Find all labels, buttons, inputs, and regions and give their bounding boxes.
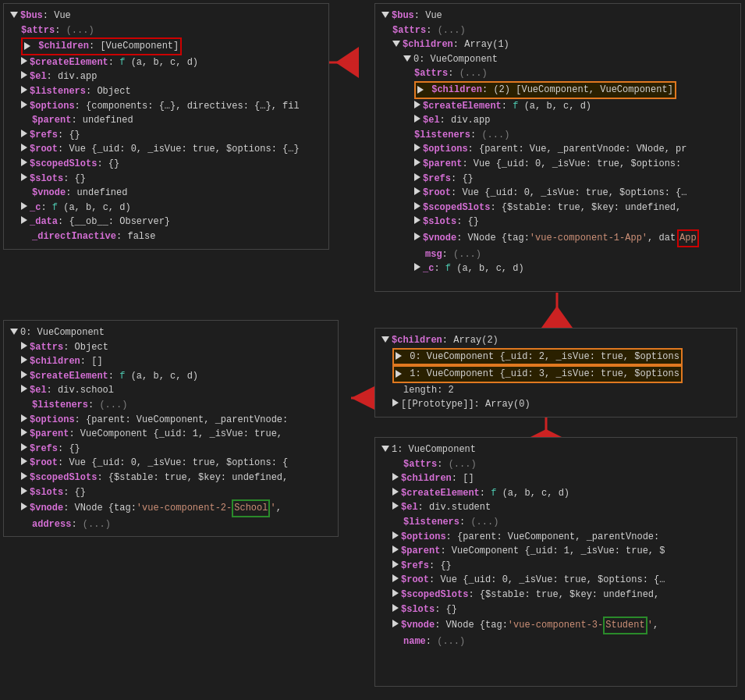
expand-icon[interactable] [392,41,400,47]
line-children: $children: [] [10,354,332,369]
panel-bottomright: 1: VueComponent $attrs: (...) $children:… [374,437,737,687]
expand-icon[interactable] [381,446,389,452]
line-0-slots: $slots: {} [381,215,734,229]
arrow-3-left [351,386,374,410]
panel-title: $children: Array(2) [381,333,730,348]
line-attrs: $attrs: (...) [381,23,734,38]
expand-icon[interactable] [21,503,27,510]
expand-icon[interactable] [21,130,27,137]
panel-title: 1: VueComponent [381,442,730,457]
expand-icon[interactable] [414,216,420,224]
expand-icon[interactable] [21,101,27,108]
expand-icon[interactable] [392,488,399,496]
line-0-msg: msg: (...) [381,247,734,262]
expand-icon[interactable] [21,457,27,465]
expand-icon[interactable] [21,144,27,151]
expand-icon[interactable] [381,336,389,343]
expand-icon[interactable] [392,604,399,612]
expand-icon[interactable] [414,263,420,271]
expand-icon[interactable] [21,428,27,436]
expand-icon[interactable] [396,370,402,378]
expand-icon[interactable] [21,356,27,364]
line-slots: $slots: {} [381,602,730,617]
expand-icon[interactable] [414,101,420,108]
expand-icon[interactable] [414,173,420,181]
panel-topleft: $bus: Vue $attrs: (...) $children: [VueC… [3,3,329,250]
line-c: _c: f (a, b, c, d) [10,201,322,215]
expand-icon[interactable] [403,55,411,62]
expand-icon[interactable] [10,329,18,335]
expand-icon[interactable] [10,12,18,18]
expand-icon[interactable] [381,12,389,18]
panel-title: $bus: Vue [10,9,322,23]
expand-icon[interactable] [21,71,27,79]
expand-icon[interactable] [21,371,27,378]
expand-icon[interactable] [417,86,424,94]
expand-icon[interactable] [21,202,27,210]
expand-icon[interactable] [21,173,27,181]
line-slots: $slots: {} [10,485,332,500]
line-0-refs: $refs: {} [381,172,734,187]
line-attrs: $attrs: (...) [381,457,730,472]
expand-icon[interactable] [414,202,420,210]
expand-icon[interactable] [392,620,399,627]
line-createelement: $createElement: f (a, b, c, d) [10,55,322,70]
line-0-scopedslots: $scopedSlots: {$stable: true, $key: unde… [381,201,734,215]
panel-middleright: $children: Array(2) 0: VueComponent {_ui… [374,328,737,418]
expand-icon[interactable] [21,414,27,422]
line-0: 0: VueComponent [381,52,734,67]
line-children: $children: Array(1) [381,37,734,52]
line-child1-highlight: 1: VueComponent {_uid: 3, _isVue: true, … [381,365,730,383]
expand-icon[interactable] [21,216,27,224]
line-parent: $parent: VueComponent {_uid: 1, _isVue: … [381,544,730,559]
expand-icon[interactable] [392,589,399,597]
expand-icon[interactable] [414,187,420,195]
line-directinactive: _directInactive: false [10,229,322,244]
expand-icon[interactable] [396,352,402,360]
line-refs: $refs: {} [381,559,730,574]
expand-icon[interactable] [21,472,27,480]
expand-icon[interactable] [21,158,27,166]
panel-title: $bus: Vue [381,9,734,23]
line-vnode-student: $vnode: VNode {tag: 'vue-component-3-Stu… [381,616,730,634]
expand-icon[interactable] [414,144,420,151]
expand-icon[interactable] [392,473,399,481]
line-data: _data: {__ob__: Observer} [10,215,322,229]
line-children-red: $children: [VueComponent] [10,37,322,55]
expand-icon[interactable] [392,399,399,407]
line-createelement: $createElement: f (a, b, c, d) [10,369,332,384]
line-refs: $refs: {} [10,442,332,457]
line-attrs: $attrs: (...) [10,23,322,38]
expand-icon[interactable] [414,158,420,166]
expand-icon[interactable] [392,502,399,510]
line-options: $options: {parent: VueComponent, _parent… [381,530,730,545]
arrow-1-right [335,47,359,78]
expand-icon[interactable] [21,57,27,65]
expand-icon[interactable] [21,86,27,94]
expand-icon[interactable] [24,42,30,50]
expand-icon[interactable] [392,574,399,582]
expand-icon[interactable] [392,560,399,568]
line-prototype: [[Prototype]]: Array(0) [381,397,730,412]
line-0-root: $root: Vue {_uid: 0, _isVue: true, $opti… [381,186,734,201]
line-refs: $refs: {} [10,128,322,143]
panel-bottomleft: 0: VueComponent $attrs: Object $children… [3,320,339,537]
line-0-listeners: $listeners: (...) [381,128,734,143]
line-listeners: $listeners: Object [10,84,322,99]
expand-icon[interactable] [21,443,27,451]
expand-icon[interactable] [21,385,27,393]
expand-icon[interactable] [414,233,420,240]
line-0-attrs: $attrs: (...) [381,66,734,81]
expand-icon[interactable] [21,487,27,495]
line-root: $root: Vue {_uid: 0, _isVue: true, $opti… [381,573,730,588]
panel-title: 0: VueComponent [10,325,332,340]
expand-icon[interactable] [392,531,399,539]
line-scopedslots: $scopedSlots: {} [10,157,322,172]
expand-icon[interactable] [414,115,420,123]
line-root: $root: Vue {_uid: 0, _isVue: true, $opti… [10,142,322,157]
line-vnode: $vnode: undefined [10,186,322,201]
line-createelement: $createElement: f (a, b, c, d) [381,486,730,501]
expand-icon[interactable] [21,342,27,350]
expand-icon[interactable] [392,545,399,553]
line-parent: $parent: VueComponent {_uid: 1, _isVue: … [10,427,332,442]
